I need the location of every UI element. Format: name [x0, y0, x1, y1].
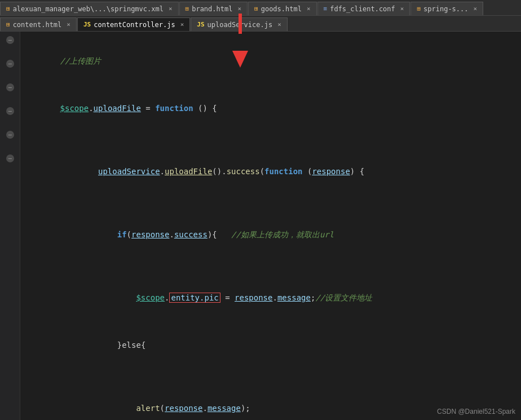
keyword-if: if — [117, 230, 127, 239]
tab-content[interactable]: ⊞ content.html × — [0, 17, 77, 31]
comment-if: //如果上传成功，就取出url — [231, 230, 334, 239]
code-line-blank-2 — [32, 195, 521, 211]
close-icon-uploadservice[interactable]: × — [277, 21, 281, 28]
keyword-function-2: function — [264, 167, 302, 176]
code-line-blank-4 — [32, 369, 521, 384]
tab-label-content: content.html — [13, 21, 62, 29]
tab-spring-s[interactable]: ⊞ spring-s... × — [410, 2, 483, 15]
annotation-arrow — [232, 32, 248, 68]
upload-service-ref: uploadService — [98, 167, 160, 176]
gutter-fold-6[interactable] — [6, 154, 14, 162]
arrow-head — [232, 51, 248, 68]
scope-var-1: $scope — [60, 104, 89, 113]
tab-goods[interactable]: ⊞ goods.html × — [248, 2, 317, 15]
param-response-1: response — [312, 167, 350, 176]
entity-pic-highlight: entity.pic — [169, 293, 220, 303]
gutter-fold-2[interactable] — [6, 60, 14, 68]
response-ref-2: response — [235, 293, 272, 302]
message-prop-2: message — [207, 404, 241, 413]
tab-contentcontroller[interactable]: JS contentController.js × — [77, 17, 190, 31]
watermark: CSDN @Daniel521-Spark — [437, 408, 515, 415]
response-ref-1: response — [131, 230, 169, 239]
close-icon-springmvc[interactable]: × — [169, 5, 173, 12]
gutter-fold-5[interactable] — [6, 131, 14, 139]
scope-var-2: $scope — [136, 293, 165, 302]
code-line-blank-3 — [32, 258, 521, 274]
code-line-5: }else{ — [32, 321, 521, 369]
editor-gutter — [0, 32, 20, 420]
arrow-shaft — [239, 14, 242, 34]
code-line-blank-1 — [32, 132, 521, 148]
gutter-fold-3[interactable] — [6, 83, 14, 91]
keyword-function-1: function — [155, 104, 193, 113]
tab-label-spring-s: spring-s... — [423, 5, 468, 13]
tab-label-brand: brand.html — [192, 5, 232, 13]
success-prop: success — [174, 230, 207, 239]
alert-call-1: alert — [136, 404, 160, 413]
code-line-3: if(response.success){ //如果上传成功，就取出url — [32, 211, 521, 258]
code-line-4: $scope.entity.pic = response.message;//设… — [32, 274, 521, 321]
tab-label-springmvc: alexuan_manager_web\...\springmvc.xml — [13, 5, 164, 13]
tab-brand[interactable]: ⊞ brand.html × — [179, 2, 248, 15]
code-line-2: uploadService.uploadFile().success(funct… — [32, 148, 521, 195]
comment-setfile: //设置文件地址 — [315, 293, 372, 302]
success-call: success — [227, 167, 260, 176]
comment-upload: //上传图片 — [60, 56, 101, 65]
editor-wrapper: //上传图片 $scope.uploadFile = function () {… — [0, 32, 521, 420]
close-icon-spring-s[interactable]: × — [474, 5, 478, 12]
entity-pic-text: entity.pic — [171, 293, 218, 302]
tab-fdfs[interactable]: ≡ fdfs_client.conf × — [317, 2, 410, 15]
tab-label-contentcontroller: contentController.js — [94, 21, 175, 29]
code-line-1: $scope.uploadFile = function () { — [32, 85, 521, 132]
code-area: //上传图片 $scope.uploadFile = function () {… — [20, 32, 521, 420]
gutter-fold-1[interactable] — [6, 36, 14, 44]
close-icon-goods[interactable]: × — [307, 5, 311, 12]
response-ref-3: response — [165, 404, 202, 413]
tab-bar-bottom: ⊞ content.html × JS contentController.js… — [0, 16, 521, 32]
close-icon-contentcontroller[interactable]: × — [180, 21, 184, 28]
close-icon-content[interactable]: × — [67, 21, 70, 28]
upload-file-call: uploadFile — [165, 167, 212, 176]
tab-label-fdfs: fdfs_client.conf — [330, 5, 395, 13]
close-icon-fdfs[interactable]: × — [400, 5, 404, 12]
close-icon-brand[interactable]: × — [237, 5, 241, 12]
gutter-fold-4[interactable] — [6, 107, 14, 115]
tab-label-goods: goods.html — [261, 5, 302, 13]
tab-springmvc[interactable]: ⊞ alexuan_manager_web\...\springmvc.xml … — [0, 2, 179, 15]
tab-bar-top: ⊞ alexuan_manager_web\...\springmvc.xml … — [0, 0, 521, 16]
message-prop-1: message — [277, 293, 311, 302]
upload-file-var: uploadFile — [94, 104, 141, 113]
code-line-comment: //上传图片 — [32, 37, 521, 85]
